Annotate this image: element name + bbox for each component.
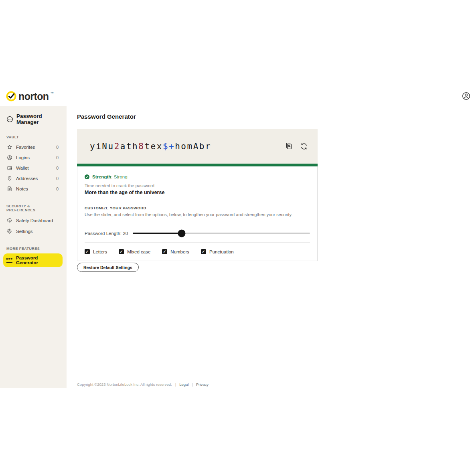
item-label: Safety Dashboard <box>16 218 53 223</box>
location-pin-icon <box>6 176 12 181</box>
person-circle-icon <box>6 155 12 160</box>
checkbox-punctuation-icon <box>201 249 206 254</box>
password-display: yiNu2ath8tex$+homAbr <box>77 129 318 164</box>
password-actions <box>285 142 308 150</box>
sidebar-item-wallet[interactable]: Wallet 0 <box>0 163 67 173</box>
item-count: 0 <box>56 186 59 191</box>
option-mixed-case[interactable]: Mixed case <box>119 249 150 254</box>
sidebar-item-notes[interactable]: Notes 0 <box>0 184 67 194</box>
item-count: 0 <box>56 176 59 181</box>
item-label: Addresses <box>16 176 38 181</box>
star-icon <box>6 144 12 150</box>
wallet-icon <box>6 165 12 171</box>
password-length-slider[interactable] <box>133 233 310 234</box>
note-icon <box>6 186 12 192</box>
strength-label: Strength <box>92 174 111 179</box>
safety-cloud-icon <box>6 217 12 223</box>
item-label: Notes <box>16 186 28 191</box>
divider <box>85 242 310 243</box>
norton-check-circle-icon <box>6 91 17 102</box>
account-icon <box>462 96 471 102</box>
password-text: yiNu2ath8tex$+homAbr <box>90 142 211 151</box>
password-details-panel: Strength: Strong Time needed to crack th… <box>77 166 318 261</box>
item-count: 0 <box>56 166 59 170</box>
checkbox-numbers-icon <box>162 249 167 254</box>
privacy-link[interactable]: Privacy <box>196 382 209 387</box>
sidebar-item-password-generator[interactable]: *** Password Generator <box>3 253 63 267</box>
footer-separator: | <box>175 382 176 387</box>
strength-value: Strong <box>114 174 128 179</box>
sidebar: Password Manager VAULT Favorites 0 Login… <box>0 106 67 388</box>
footer: Copyright ©2023 NortonLifeLock Inc. All … <box>77 382 209 387</box>
sidebar-password-manager-home[interactable]: Password Manager <box>0 113 67 125</box>
sidebar-item-logins[interactable]: Logins 0 <box>0 152 67 163</box>
sidebar-item-safety-dashboard[interactable]: Safety Dashboard <box>0 215 67 226</box>
sidebar-item-settings[interactable]: Settings <box>0 226 67 237</box>
sidebar-item-favorites[interactable]: Favorites 0 <box>0 142 67 152</box>
legal-link[interactable]: Legal <box>179 382 188 387</box>
option-label: Letters <box>93 249 107 254</box>
section-label-vault: VAULT <box>6 135 60 139</box>
section-label-more-features: MORE FEATURES <box>6 247 60 251</box>
norton-logo[interactable]: norton ™ <box>6 91 54 102</box>
customize-section-title: CUSTOMIZE YOUR PASSWORD <box>85 206 310 210</box>
item-label: Settings <box>16 229 33 234</box>
crack-time-label: Time needed to crack the password <box>85 183 310 188</box>
top-header: norton ™ <box>0 88 476 106</box>
strength-row: Strength: Strong <box>85 174 310 179</box>
password-length-label: Password Length: 20 <box>85 231 133 236</box>
trademark-symbol: ™ <box>51 91 54 95</box>
item-label: Favorites <box>16 145 35 150</box>
checkbox-mixed-case-icon <box>119 249 124 254</box>
option-label: Numbers <box>170 249 189 254</box>
crack-time-value: More than the age of the universe <box>85 190 310 195</box>
customize-section-description: Use the slider, and select from the opti… <box>85 212 310 217</box>
footer-separator: | <box>192 382 192 387</box>
item-label: Password Generator <box>16 255 58 265</box>
gear-icon <box>6 228 12 234</box>
slider-thumb[interactable] <box>178 229 185 237</box>
section-label-security-preferences: SECURITY & PREFERENCES <box>6 204 60 212</box>
page-title: Password Generator <box>77 113 136 120</box>
item-count: 0 <box>56 145 59 150</box>
norton-password-manager-app: norton ™ Password <box>0 0 476 476</box>
option-label: Punctuation <box>209 249 234 254</box>
option-punctuation[interactable]: Punctuation <box>201 249 234 254</box>
copy-password-button[interactable] <box>285 142 293 150</box>
refresh-icon <box>300 146 308 152</box>
sidebar-item-addresses[interactable]: Addresses 0 <box>0 173 67 184</box>
sidebar-title: Password Manager <box>16 113 60 125</box>
character-options-row: Letters Mixed case Numbers Punctuation <box>85 249 310 254</box>
restore-default-settings-button[interactable]: Restore Default Settings <box>77 263 139 272</box>
option-letters[interactable]: Letters <box>85 249 107 254</box>
item-count: 0 <box>56 155 59 160</box>
strength-check-icon <box>85 174 89 179</box>
account-button[interactable] <box>462 91 471 101</box>
copyright-text: Copyright ©2023 NortonLifeLock Inc. All … <box>77 382 172 387</box>
brand-wordmark: norton <box>18 91 49 102</box>
asterisks-field-icon: *** <box>6 258 12 263</box>
strength-meter-bar <box>77 164 318 166</box>
strength-colon: : <box>111 174 112 179</box>
regenerate-password-button[interactable] <box>300 142 308 150</box>
slider-fill <box>133 233 182 234</box>
main-content: Password Generator yiNu2ath8tex$+homAbr <box>67 106 476 388</box>
password-length-row: Password Length: 20 <box>85 224 310 242</box>
password-manager-icon <box>6 116 13 123</box>
copy-icon <box>285 146 293 152</box>
option-label: Mixed case <box>127 249 150 254</box>
checkbox-letters-icon <box>85 249 90 254</box>
option-numbers[interactable]: Numbers <box>162 249 189 254</box>
item-label: Wallet <box>16 166 29 170</box>
item-label: Logins <box>16 155 30 160</box>
password-generator-card: yiNu2ath8tex$+homAbr <box>77 129 318 261</box>
